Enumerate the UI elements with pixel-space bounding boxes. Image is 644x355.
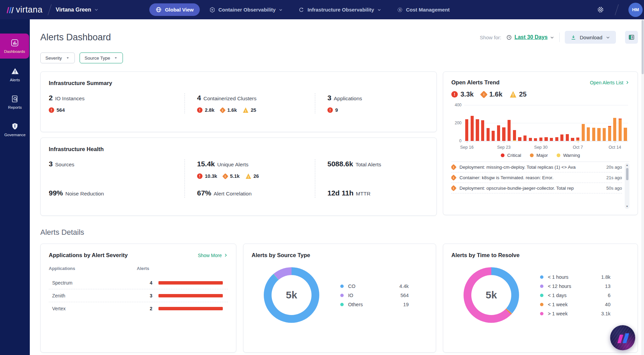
legend-value: 6 <box>604 293 623 298</box>
alert-time: 21s ago <box>606 175 622 180</box>
trend-bar[interactable] <box>476 105 479 141</box>
sidebar-item[interactable]: Dashboards <box>0 34 29 59</box>
trend-bar[interactable] <box>529 105 532 141</box>
alerts-details-title: Alerts Details <box>40 228 638 237</box>
topnav-item[interactable]: $ Global View <box>149 3 200 16</box>
trend-bar[interactable] <box>518 105 521 141</box>
trend-bar[interactable] <box>487 105 490 141</box>
virtana-logo[interactable]: virtana <box>7 5 43 15</box>
stat-value: 99% <box>49 189 63 197</box>
topnav-item[interactable]: $ Cost Management <box>391 4 456 16</box>
trend-bar[interactable] <box>597 105 600 141</box>
chevron-down-icon <box>279 8 283 12</box>
trend-bar[interactable] <box>608 105 611 141</box>
stat-label: Total Alerts <box>356 162 381 167</box>
sidebar-item[interactable]: Reports <box>0 90 30 114</box>
bar-segment-critical <box>555 137 558 141</box>
settings-button[interactable] <box>597 6 604 14</box>
legend-dot <box>540 312 543 315</box>
trend-bar[interactable] <box>619 105 622 141</box>
trend-bar[interactable] <box>502 105 505 141</box>
trend-bar[interactable] <box>544 105 548 141</box>
trend-bar[interactable] <box>571 105 574 141</box>
alert-list-item[interactable]: ! Container: k8sgw is Terminated. reason… <box>451 172 622 183</box>
open-alerts-list-link[interactable]: Open Alerts List <box>590 80 629 85</box>
trend-bar[interactable] <box>492 105 495 141</box>
topnav-item[interactable]: $ Container Observability <box>203 4 289 16</box>
topnav-item-label: Cost Management <box>406 7 450 13</box>
trend-bar[interactable] <box>523 105 527 141</box>
trend-bar[interactable] <box>534 105 537 141</box>
stat-label: MTTR <box>356 191 370 196</box>
trend-bar[interactable] <box>582 105 585 141</box>
donut-legend-row: < 1 days 6 <box>540 291 623 300</box>
bar-segment-critical <box>502 127 505 141</box>
severity-filter[interactable]: Severity <box>40 53 75 63</box>
trend-bar[interactable] <box>539 105 542 141</box>
virtana-assistant-button[interactable] <box>610 325 635 350</box>
application-row[interactable]: Vertex 2 <box>49 302 228 315</box>
trend-bar[interactable] <box>497 105 500 141</box>
sidebar-item[interactable]: Alerts <box>0 63 30 86</box>
trend-bar[interactable] <box>624 105 627 141</box>
scrollbar-thumb[interactable] <box>626 168 628 180</box>
trend-bar[interactable] <box>592 105 595 141</box>
chevron-right-icon <box>223 253 228 257</box>
health-stat-secondary: 67%Alert Correlation <box>197 189 315 197</box>
show-more-link[interactable]: Show More <box>198 253 228 258</box>
page-scrollbar-thumb[interactable] <box>642 20 644 74</box>
org-switcher[interactable]: Virtana Green <box>56 7 99 13</box>
top-nav: virtana Virtana Green $ Global View $ Co… <box>0 0 644 19</box>
nav-divider <box>615 4 619 15</box>
health-stat-secondary: 99%Noise Reduction <box>49 189 185 197</box>
link-label: Open Alerts List <box>590 80 623 85</box>
scrollbar[interactable]: ▲ ▼ <box>625 163 629 209</box>
severity-icon: ! <box>480 90 488 98</box>
trend-bar[interactable] <box>613 105 616 141</box>
trend-bar[interactable] <box>481 105 484 141</box>
health-stat-secondary: 12d 11hMTTR <box>327 189 428 197</box>
application-alert-count: 2 <box>133 306 152 311</box>
bar-segment-critical <box>571 138 574 141</box>
scroll-up-arrow[interactable]: ▲ <box>625 164 629 167</box>
alert-list-item[interactable]: ! Deployment: opscruise-bundle-jaeger-co… <box>451 183 622 193</box>
severity-chip: ! 2.8k <box>197 107 214 113</box>
trend-bar[interactable] <box>566 105 569 141</box>
trend-bar[interactable] <box>508 105 511 141</box>
bar-segment-critical <box>566 134 569 141</box>
time-range-selector[interactable]: Last 30 Days <box>506 34 554 40</box>
source-type-filter[interactable]: Source Type <box>80 53 123 63</box>
severity-icon: ! <box>451 164 457 170</box>
scroll-down-arrow[interactable]: ▼ <box>625 205 629 208</box>
severity-icon: ! <box>197 107 202 113</box>
page-scrollbar[interactable] <box>641 19 644 355</box>
sidebar-item[interactable]: Governance <box>0 118 30 141</box>
x-axis-tick-label: Oct 14 <box>609 145 621 150</box>
application-row[interactable]: Spectrum 4 <box>49 276 228 289</box>
trend-bar[interactable] <box>465 105 468 141</box>
trend-bar[interactable] <box>555 105 558 141</box>
y-axis-tick-label: 400 <box>451 103 461 107</box>
topnav-item[interactable]: $ Infrastructure Observability <box>292 4 387 16</box>
legend-label: Others <box>348 302 402 307</box>
alert-list-item[interactable]: ! Deployment: missing-cm-deploy. Total r… <box>451 162 622 172</box>
trend-bar[interactable] <box>603 105 606 141</box>
avatar[interactable]: HM <box>628 3 643 17</box>
legend-dot <box>340 303 344 306</box>
trend-bar[interactable] <box>471 105 474 141</box>
trend-bar[interactable] <box>576 105 579 141</box>
report-panel-button[interactable] <box>625 31 638 44</box>
trend-bar[interactable] <box>560 105 563 141</box>
trend-bar[interactable] <box>587 105 590 141</box>
trend-bar[interactable] <box>550 105 553 141</box>
governance-icon <box>11 122 19 130</box>
legend-value: 13 <box>604 284 623 289</box>
download-label: Download <box>580 35 602 40</box>
alerts-by-time-to-resolve-card: Alerts by Time to Resolve 5k < 1 hours 1… <box>443 244 638 353</box>
alert-message: Container: k8sgw is Terminated. reason: … <box>459 175 603 180</box>
application-row[interactable]: Zenith 3 <box>49 289 228 302</box>
trend-bar[interactable] <box>513 105 516 141</box>
chevron-down-icon <box>606 35 610 40</box>
link-label: Show More <box>198 253 222 258</box>
download-button[interactable]: Download <box>565 31 616 44</box>
